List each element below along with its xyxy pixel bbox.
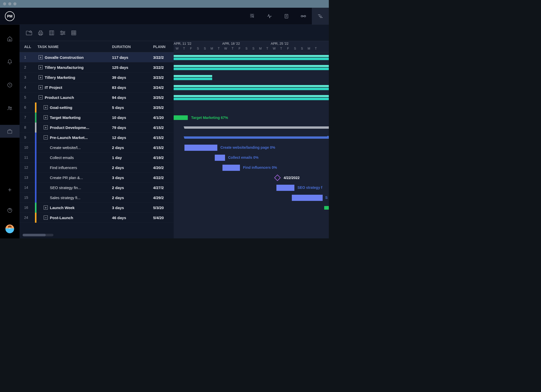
- gantt-milestone[interactable]: [274, 174, 281, 181]
- expand-icon[interactable]: +: [39, 65, 43, 69]
- svg-point-19: [61, 34, 63, 35]
- task-row[interactable]: 16+Launch Week3 days5/3/20: [20, 203, 174, 213]
- task-duration: 5 days: [109, 105, 151, 110]
- task-row[interactable]: 12Find influencers2 days4/20/2: [20, 163, 174, 173]
- toolbar-grid[interactable]: [71, 30, 77, 36]
- task-row[interactable]: 4+IT Project83 days3/24/2: [20, 82, 174, 92]
- gantt-panel[interactable]: APR, 11 '22APR, 18 '22APR, 25 '22 WTFSSM…: [174, 41, 329, 238]
- column-planned[interactable]: PLANN: [151, 45, 174, 49]
- task-duration: 10 days: [109, 115, 151, 120]
- sidebar-item-portfolio[interactable]: [0, 125, 20, 138]
- column-all[interactable]: ALL: [20, 45, 35, 49]
- gantt-task-bar[interactable]: [292, 195, 323, 201]
- gantt-bar[interactable]: [174, 75, 212, 77]
- view-tab-activity[interactable]: [261, 8, 278, 25]
- app-window: PM: [0, 0, 329, 238]
- status-stripe: [35, 163, 36, 173]
- task-row[interactable]: 10Create website/l...2 days4/15/2: [20, 143, 174, 153]
- gantt-bar[interactable]: [174, 95, 329, 97]
- expand-icon[interactable]: +: [44, 206, 48, 210]
- gantt-task-bar[interactable]: [222, 165, 240, 171]
- gantt-bar-target-marketing[interactable]: [174, 115, 188, 120]
- timeline-day-label: M: [257, 47, 264, 52]
- timeline-day-label: S: [299, 47, 305, 52]
- gantt-summary-bar[interactable]: [184, 126, 329, 129]
- collapse-icon[interactable]: −: [44, 216, 48, 220]
- task-row[interactable]: 11Collect emails1 day4/19/2: [20, 153, 174, 163]
- task-duration: 83 days: [109, 85, 151, 90]
- timeline-day-label: W: [222, 47, 229, 52]
- gantt-bar[interactable]: [174, 55, 329, 57]
- timeline-day-label: F: [285, 47, 292, 52]
- gantt-bar[interactable]: [324, 206, 329, 210]
- expand-icon[interactable]: +: [44, 105, 48, 109]
- task-name-text: Tillery Marketing: [45, 75, 75, 80]
- column-task-name[interactable]: TASK NAME: [35, 45, 109, 49]
- sidebar-item-help[interactable]: [0, 204, 20, 217]
- sidebar-item-home[interactable]: [0, 32, 20, 45]
- task-row[interactable]: 5−Product Launch94 days3/25/2: [20, 92, 174, 102]
- task-name-text: Create PR plan &...: [50, 175, 83, 180]
- close-window-icon[interactable]: [3, 2, 6, 5]
- logo[interactable]: PM: [0, 8, 20, 25]
- toolbar-columns[interactable]: [49, 30, 54, 36]
- main: ALL TASK NAME DURATION PLANN 1+Govalle C…: [0, 25, 329, 238]
- print-icon: [38, 30, 44, 36]
- task-name-text: SEO strategy fin...: [50, 185, 81, 190]
- expand-icon[interactable]: +: [44, 115, 48, 119]
- task-row[interactable]: 13Create PR plan &...3 days4/22/2: [20, 173, 174, 183]
- task-name-text: Goal-setting: [50, 105, 72, 110]
- task-row[interactable]: 6+Goal-setting5 days3/25/2: [20, 102, 174, 113]
- view-tab-link[interactable]: [295, 8, 312, 25]
- task-planned-date: 3/22/2: [151, 65, 174, 70]
- view-tab-document[interactable]: [278, 8, 295, 25]
- gantt-task-bar[interactable]: [184, 145, 217, 151]
- minimize-window-icon[interactable]: [8, 2, 11, 5]
- task-name-cell: Collect emails: [35, 153, 109, 163]
- task-row[interactable]: 9−Pre-Launch Market...12 days4/15/2: [20, 133, 174, 143]
- gantt-task-bar[interactable]: [215, 155, 225, 161]
- task-row[interactable]: 24−Post-Launch46 days5/4/20: [20, 213, 174, 223]
- sidebar-item-notifications[interactable]: [0, 55, 20, 68]
- svg-rect-8: [8, 130, 12, 133]
- gantt-bar-label: Collect emails 0%: [228, 155, 258, 160]
- toolbar-files[interactable]: [26, 30, 32, 36]
- collapse-icon[interactable]: −: [39, 95, 43, 99]
- expand-icon[interactable]: +: [44, 125, 48, 129]
- gantt-task-bar[interactable]: [276, 185, 294, 191]
- task-row[interactable]: 2+Tillery Manufacturing125 days3/22/2: [20, 62, 174, 72]
- task-row-number: 1: [20, 55, 35, 59]
- toolbar-print[interactable]: [38, 30, 44, 36]
- task-row[interactable]: 3+Tillery Marketing39 days3/23/2: [20, 72, 174, 82]
- task-row[interactable]: 8+Product Developme...79 days4/15/2: [20, 123, 174, 133]
- task-row[interactable]: 14SEO strategy fin...2 days4/27/2: [20, 183, 174, 193]
- task-duration: 94 days: [109, 95, 151, 100]
- column-duration[interactable]: DURATION: [109, 45, 151, 49]
- view-tab-search[interactable]: [244, 8, 261, 25]
- status-stripe: [35, 52, 36, 62]
- horizontal-scrollbar[interactable]: [23, 234, 53, 236]
- expand-icon[interactable]: +: [39, 55, 43, 59]
- task-row[interactable]: 7+Target Marketing10 days4/1/20: [20, 113, 174, 123]
- task-row-number: 8: [20, 125, 35, 129]
- maximize-window-icon[interactable]: [13, 2, 16, 5]
- toolbar-filter[interactable]: [60, 30, 66, 35]
- timeline-day-label: S: [250, 47, 257, 52]
- view-tab-gantt[interactable]: [312, 8, 329, 25]
- expand-icon[interactable]: +: [39, 75, 43, 79]
- task-duration: 1 day: [109, 155, 151, 160]
- expand-icon[interactable]: +: [39, 85, 43, 89]
- gantt-bar[interactable]: [174, 65, 329, 67]
- task-duration: 46 days: [109, 216, 151, 220]
- task-row[interactable]: 15Sales strategy fi...2 days4/29/2: [20, 193, 174, 203]
- task-row[interactable]: 1+Govalle Construction117 days3/22/2: [20, 52, 174, 62]
- sidebar-item-team[interactable]: [0, 102, 20, 115]
- sidebar-item-add[interactable]: [0, 183, 20, 196]
- collapse-icon[interactable]: −: [44, 135, 48, 139]
- user-avatar[interactable]: [5, 225, 14, 233]
- gantt-summary-bar[interactable]: [184, 136, 329, 139]
- gantt-row: P: [174, 133, 329, 143]
- status-stripe: [35, 72, 36, 82]
- gantt-bar[interactable]: [174, 85, 329, 87]
- sidebar-item-time[interactable]: [0, 79, 20, 91]
